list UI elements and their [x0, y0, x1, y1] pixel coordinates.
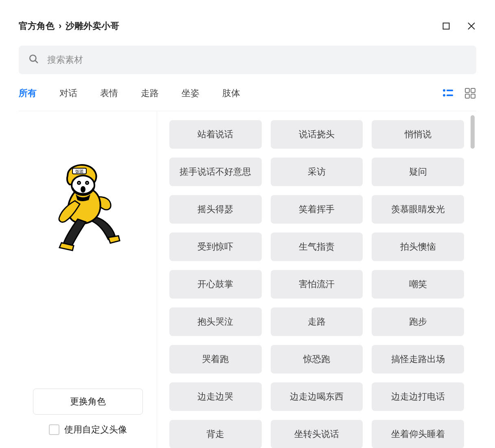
asset-tile[interactable]: 哭着跑: [169, 345, 262, 373]
view-toggles: [442, 87, 476, 99]
svg-rect-3: [447, 90, 453, 91]
asset-tile[interactable]: 疑问: [372, 158, 464, 186]
asset-grid: 站着说话说话挠头悄悄说搓手说话不好意思采访疑问摇头得瑟笑着挥手羡慕眼睛发光受到惊…: [169, 120, 464, 448]
list-icon: [442, 88, 454, 98]
asset-tile[interactable]: 羡慕眼睛发光: [372, 195, 464, 224]
helmet-text: 饭团: [75, 169, 83, 173]
close-icon: [467, 22, 476, 31]
svg-point-2: [443, 89, 445, 92]
square-icon: [442, 22, 450, 30]
svg-rect-7: [471, 88, 475, 92]
asset-tile[interactable]: 背走: [169, 420, 262, 448]
asset-tile[interactable]: 开心鼓掌: [169, 270, 262, 299]
breadcrumb-current: 沙雕外卖小哥: [66, 20, 119, 32]
breadcrumb: 官方角色 › 沙雕外卖小哥: [19, 20, 119, 32]
svg-rect-0: [443, 23, 449, 29]
svg-point-1: [30, 55, 36, 61]
asset-tile[interactable]: 拍头懊恼: [372, 233, 464, 261]
asset-tile[interactable]: 边走边喝东西: [271, 382, 363, 411]
asset-tile[interactable]: 采访: [271, 158, 363, 186]
tabs: 所有对话表情走路坐姿肢体: [19, 87, 240, 99]
window-root: 官方角色 › 沙雕外卖小哥 所有对话表情走路坐姿肢体: [0, 0, 495, 448]
asset-grid-scroll[interactable]: 站着说话说话挠头悄悄说搓手说话不好意思采访疑问摇头得瑟笑着挥手羡慕眼睛发光受到惊…: [157, 111, 476, 448]
titlebar: 官方角色 › 沙雕外卖小哥: [19, 16, 476, 36]
tab-2[interactable]: 表情: [100, 87, 118, 99]
svg-point-14: [78, 182, 79, 184]
window-controls: [441, 21, 476, 31]
asset-tile[interactable]: 受到惊吓: [169, 233, 262, 261]
asset-tile[interactable]: 笑着挥手: [271, 195, 363, 224]
asset-tile[interactable]: 嘲笑: [372, 270, 464, 299]
grid-icon: [465, 88, 475, 99]
svg-rect-9: [471, 94, 475, 98]
search-icon: [28, 54, 39, 66]
close-button[interactable]: [467, 21, 476, 31]
svg-rect-6: [465, 88, 469, 92]
checkbox-icon[interactable]: [49, 424, 59, 435]
asset-tile[interactable]: 坐着仰头睡着: [372, 420, 464, 448]
maximize-button[interactable]: [441, 21, 451, 31]
tab-4[interactable]: 坐姿: [182, 87, 199, 99]
asset-tile[interactable]: 摇头得瑟: [169, 195, 262, 224]
grid-view-button[interactable]: [464, 87, 476, 99]
tab-3[interactable]: 走路: [141, 87, 159, 99]
svg-point-15: [86, 182, 88, 184]
asset-tile[interactable]: 悄悄说: [372, 120, 464, 149]
asset-tile[interactable]: 搓手说话不好意思: [169, 158, 262, 186]
asset-tile[interactable]: 惊恐跑: [271, 345, 363, 373]
asset-tile[interactable]: 边走边哭: [169, 382, 262, 411]
asset-tile[interactable]: 搞怪走路出场: [372, 345, 464, 373]
svg-point-4: [443, 94, 445, 97]
tab-1[interactable]: 对话: [59, 87, 77, 99]
asset-tile[interactable]: 说话挠头: [271, 120, 363, 149]
delivery-character-icon: 饭团: [43, 156, 133, 254]
scrollbar-thumb[interactable]: [471, 115, 475, 149]
tab-bar: 所有对话表情走路坐姿肢体: [19, 87, 476, 99]
asset-tile[interactable]: 跑步: [372, 307, 464, 336]
custom-avatar-checkbox-row[interactable]: 使用自定义头像: [49, 424, 127, 436]
asset-tile[interactable]: 站着说话: [169, 120, 262, 149]
breadcrumb-separator-icon: ›: [59, 21, 61, 31]
tab-0[interactable]: 所有: [19, 87, 37, 99]
scrollbar-track[interactable]: [471, 115, 475, 444]
breadcrumb-parent[interactable]: 官方角色: [19, 20, 55, 32]
svg-rect-8: [465, 94, 469, 98]
list-view-button[interactable]: [442, 87, 454, 99]
change-role-button[interactable]: 更换角色: [33, 389, 143, 415]
left-panel: 饭团 更换角色 使用自定义头像: [19, 111, 157, 448]
left-panel-footer: 更换角色 使用自定义头像: [19, 389, 157, 436]
character-preview: 饭团: [43, 148, 133, 262]
search-bar[interactable]: [19, 46, 476, 74]
asset-tile[interactable]: 生气指责: [271, 233, 363, 261]
asset-tile[interactable]: 害怕流汗: [271, 270, 363, 299]
right-panel: 站着说话说话挠头悄悄说搓手说话不好意思采访疑问摇头得瑟笑着挥手羡慕眼睛发光受到惊…: [157, 111, 476, 448]
svg-rect-5: [447, 94, 453, 96]
custom-avatar-label: 使用自定义头像: [64, 424, 127, 436]
search-input[interactable]: [46, 54, 467, 66]
content-area: 饭团 更换角色 使用自定义头像: [19, 111, 476, 448]
asset-tile[interactable]: 边走边打电话: [372, 382, 464, 411]
asset-tile[interactable]: 走路: [271, 307, 363, 336]
asset-tile[interactable]: 抱头哭泣: [169, 307, 262, 336]
svg-point-16: [81, 186, 85, 193]
tab-5[interactable]: 肢体: [222, 87, 240, 99]
asset-tile[interactable]: 坐转头说话: [271, 420, 363, 448]
